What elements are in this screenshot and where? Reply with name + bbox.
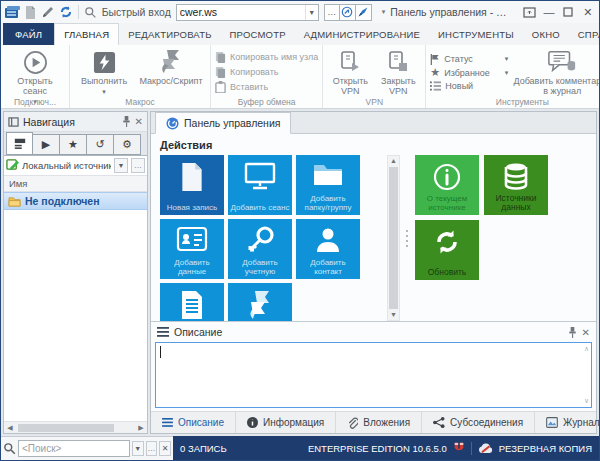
tree-item-not-connected[interactable]: Не подключен: [4, 192, 147, 210]
tile-add-folder[interactable]: Добавить папку/группу: [296, 155, 360, 215]
name-column-header[interactable]: Имя: [4, 176, 147, 192]
ribbon-tab-help[interactable]: СПРАВКА: [569, 23, 600, 45]
minimize-button[interactable]: —: [542, 3, 556, 21]
tile-add-contact[interactable]: Добавить контакт: [296, 219, 360, 279]
quick-connect-input[interactable]: [177, 5, 305, 20]
nav-tab-favorites[interactable]: ★: [60, 134, 87, 155]
refresh-white-icon: [415, 227, 479, 257]
paste-button[interactable]: Вставить: [215, 81, 318, 93]
main-panel: Панель управления Действия Новая запись: [150, 111, 597, 434]
tile-add-session[interactable]: Добавить сеанс: [228, 155, 292, 215]
status-info-bar: 0 ЗАПИСЬ ENTERPRISE EDITION 10.6.5.0 РЕЗ…: [173, 436, 599, 460]
ribbon-tab-file[interactable]: ФАЙЛ: [3, 23, 54, 45]
datasource-dropdown-icon[interactable]: ▼: [114, 158, 128, 173]
ribbon-group-clipboard: Копировать имя узла Копировать Вставить …: [211, 45, 323, 108]
scroll-down-icon[interactable]: ∨: [584, 397, 589, 405]
favorites-button[interactable]: ★ Избранное▾: [430, 68, 508, 78]
paperclip-icon: [347, 417, 358, 429]
tab-sub-connections[interactable]: Субсоединения: [422, 412, 535, 433]
description-header: Описание ✕: [151, 322, 596, 342]
close-button[interactable]: ✕: [581, 3, 595, 21]
search-options-button[interactable]: …: [146, 441, 158, 456]
navigation-hscrollbar[interactable]: ◀ ▶: [4, 421, 147, 433]
quick-connect-dropdown-icon[interactable]: ▼: [305, 5, 318, 20]
offline-icon[interactable]: [453, 442, 465, 454]
edit-icon[interactable]: [41, 4, 54, 20]
title-dropdown-icon[interactable]: ▾: [382, 8, 386, 16]
pin-icon[interactable]: [568, 327, 577, 338]
ribbon-tab-tools[interactable]: ИНСТРУМЕНТЫ: [429, 23, 523, 45]
copy-host-button[interactable]: Копировать имя узла: [215, 51, 318, 63]
open-vpn-button[interactable]: Открыть VPN: [327, 49, 373, 96]
close-vpn-button[interactable]: Закрыть VPN: [375, 49, 421, 96]
new-entry-icon[interactable]: [25, 4, 36, 20]
datasource-icon: [6, 159, 19, 172]
tab-attachments[interactable]: Вложения: [336, 412, 422, 433]
ribbon-tab-edit[interactable]: РЕДАКТИРОВАТЬ: [119, 23, 220, 45]
nav-tab-history[interactable]: ↺: [87, 134, 114, 155]
datasource-selector[interactable]: Локальный источник д...: [22, 160, 111, 171]
hscroll-thumb[interactable]: [18, 424, 114, 432]
tab-dashboard[interactable]: Панель управления: [155, 112, 291, 134]
nav-tab-tree[interactable]: [6, 132, 33, 155]
fullscreen-icon[interactable]: [522, 3, 536, 21]
tab-description[interactable]: Описание: [151, 412, 236, 433]
tiles-splitter[interactable]: [400, 155, 413, 321]
quick-connect-more-button[interactable]: …: [324, 4, 340, 21]
navigation-header: Навигация ✕: [4, 112, 147, 132]
tile-current-source-info[interactable]: О текущем источнике: [415, 155, 479, 215]
maximize-button[interactable]: [561, 3, 575, 21]
tab-journals[interactable]: Журналы: [535, 412, 600, 433]
search-dropdown-icon[interactable]: ▼: [132, 441, 144, 456]
ribbon-tab-view[interactable]: ПРОСМОТР: [221, 23, 295, 45]
pin-icon[interactable]: [122, 116, 131, 127]
navigation-tree: Не подключен: [4, 192, 147, 421]
copy-button[interactable]: Копировать: [215, 66, 318, 78]
tile-new-entry[interactable]: Новая запись: [160, 155, 224, 215]
tile-add-credential[interactable]: Добавить учетную: [228, 219, 292, 279]
tile-add-macro[interactable]: Добавить: [228, 283, 292, 321]
tile-add-data[interactable]: Добавить данные: [160, 219, 224, 279]
quick-connect-go-icon[interactable]: [356, 4, 372, 21]
app-logo-icon: [5, 4, 20, 20]
text-cursor: [160, 346, 161, 358]
ribbon-tab-window[interactable]: ОКНО: [523, 23, 569, 45]
ribbon-group-connect: Открыть сеанс ▾ Подключ...: [1, 45, 70, 108]
quick-connect-session-icon[interactable]: [340, 4, 356, 21]
tile-refresh[interactable]: Обновить: [415, 220, 479, 280]
actions-vscrollbar[interactable]: ▲ ▼: [387, 155, 400, 321]
description-textarea[interactable]: ∧ ∨: [155, 342, 592, 408]
navigation-tab-strip: ▶ ★ ↺ ⚙: [4, 132, 147, 156]
backup-icon[interactable]: [478, 443, 493, 454]
vscroll-thumb[interactable]: [389, 167, 398, 309]
ribbon-tab-home[interactable]: ГЛАВНАЯ: [54, 23, 119, 45]
datasource-more-button[interactable]: …: [131, 158, 145, 173]
ribbon-tab-bar: ФАЙЛ ГЛАВНАЯ РЕДАКТИРОВАТЬ ПРОСМОТР АДМИ…: [1, 23, 599, 45]
actions-tile-grid: Новая запись Добавить сеанс: [151, 155, 360, 321]
tab-information[interactable]: Информация: [236, 412, 336, 433]
open-vpn-icon: [338, 49, 362, 75]
search-clear-icon[interactable]: ✕: [159, 441, 171, 456]
macro-script-button[interactable]: Макрос/Скрипт: [136, 49, 206, 86]
add-comment-button[interactable]: Добавить комментарий в журнал: [510, 49, 600, 96]
tile-add-document[interactable]: Добавить: [160, 283, 224, 321]
search-input[interactable]: [18, 440, 130, 457]
status-button[interactable]: Статус▾: [430, 54, 508, 65]
refresh-icon[interactable]: [59, 4, 73, 20]
nav-tab-settings[interactable]: ⚙: [114, 134, 141, 155]
search-icon[interactable]: [84, 4, 97, 20]
navigation-close-icon[interactable]: ✕: [135, 116, 143, 127]
new-button[interactable]: Новый: [430, 81, 508, 91]
scroll-up-icon[interactable]: ∧: [584, 345, 589, 353]
run-button[interactable]: Выполнить ▾: [74, 49, 134, 97]
scroll-up-icon[interactable]: ▲: [390, 156, 397, 166]
scroll-left-icon[interactable]: ◀: [4, 424, 16, 432]
nav-tab-sessions[interactable]: ▶: [33, 134, 60, 155]
description-close-icon[interactable]: ✕: [582, 327, 590, 338]
tile-data-sources[interactable]: Источники данных: [484, 155, 548, 215]
ribbon-tab-administration[interactable]: АДМИНИСТРИРОВАНИЕ: [295, 23, 429, 45]
scroll-right-icon[interactable]: ▶: [135, 424, 147, 432]
script-icon: [228, 290, 292, 320]
scroll-down-icon[interactable]: ▼: [390, 310, 397, 320]
info-icon: [415, 162, 479, 192]
